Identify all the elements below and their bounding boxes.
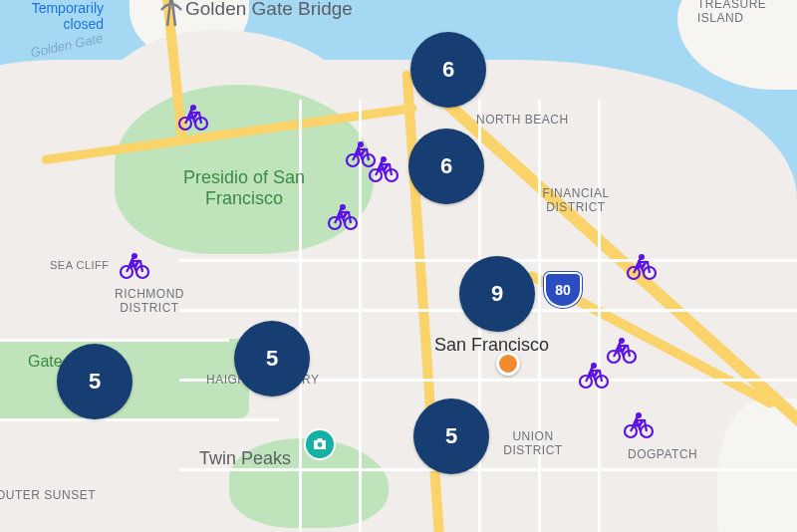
bike-icon[interactable] (119, 252, 150, 280)
cluster-count: 5 (89, 369, 101, 395)
cluster-count: 5 (266, 346, 278, 372)
label-financial: FINANCIAL DISTRICT (526, 187, 626, 215)
label-union-district: UNION DISTRICT (488, 430, 578, 458)
cluster-count: 6 (440, 153, 452, 179)
poi-camera-icon[interactable] (306, 430, 334, 458)
bike-icon[interactable] (626, 253, 658, 281)
label-golden-gate-water: Golden Gate (29, 31, 104, 61)
label-golden-gate-bridge: Golden Gate Bridge (185, 0, 353, 20)
cluster-marker[interactable]: 6 (410, 32, 486, 108)
bike-icon[interactable] (327, 203, 359, 231)
cluster-count: 6 (442, 57, 454, 83)
cluster-marker[interactable]: 6 (408, 129, 484, 204)
cluster-count: 9 (491, 281, 503, 307)
label-twin-peaks: Twin Peaks (199, 448, 291, 469)
label-outer-sunset: OUTER SUNSET (0, 488, 96, 502)
road-grid (538, 100, 541, 532)
cluster-marker[interactable]: 5 (57, 344, 133, 419)
bike-icon[interactable] (623, 411, 655, 439)
label-dogpatch: DOGPATCH (628, 447, 697, 461)
bike-icon[interactable] (578, 362, 610, 390)
bike-icon[interactable] (177, 104, 209, 132)
road-grid (598, 100, 601, 532)
label-treasure-island: TREASURE ISLAND (697, 0, 797, 26)
bridge-icon (157, 0, 185, 28)
label-richmond: RICHMOND DISTRICT (100, 288, 199, 316)
city-location-dot (496, 352, 520, 376)
cluster-marker[interactable]: 5 (413, 399, 489, 474)
svg-point-0 (318, 442, 323, 447)
label-presidio: Presidio of San Francisco (169, 167, 319, 208)
cluster-marker[interactable]: 5 (234, 321, 310, 397)
label-sea-cliff: SEA CLIFF (50, 259, 110, 271)
cluster-count: 5 (445, 423, 457, 449)
road-grid (299, 100, 302, 532)
label-city: San Francisco (434, 335, 549, 356)
label-closure: Temporarily closed (0, 0, 104, 32)
bike-icon[interactable] (368, 155, 399, 183)
hwy-shield-80-text: 80 (555, 282, 571, 298)
label-north-beach: NORTH BEACH (476, 113, 569, 127)
bike-icon[interactable] (606, 337, 638, 365)
map-canvas[interactable]: Golden Gate Bridge Temporarily closed Go… (0, 0, 797, 532)
road-grid (0, 418, 279, 421)
road-grid (0, 339, 229, 342)
hwy-shield-80: 80 (544, 272, 582, 308)
cluster-marker[interactable]: 9 (459, 256, 535, 332)
